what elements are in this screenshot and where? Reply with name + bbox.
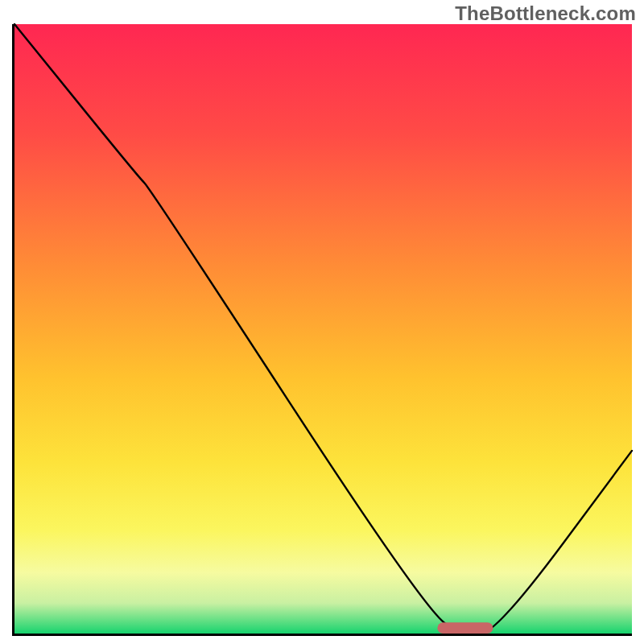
curve-layer <box>14 24 632 634</box>
sweet-spot-marker <box>437 622 493 634</box>
chart-stage: TheBottleneck.com <box>0 0 644 644</box>
plot-area <box>12 24 632 636</box>
watermark-text: TheBottleneck.com <box>455 2 636 25</box>
bottleneck-curve <box>14 24 632 634</box>
